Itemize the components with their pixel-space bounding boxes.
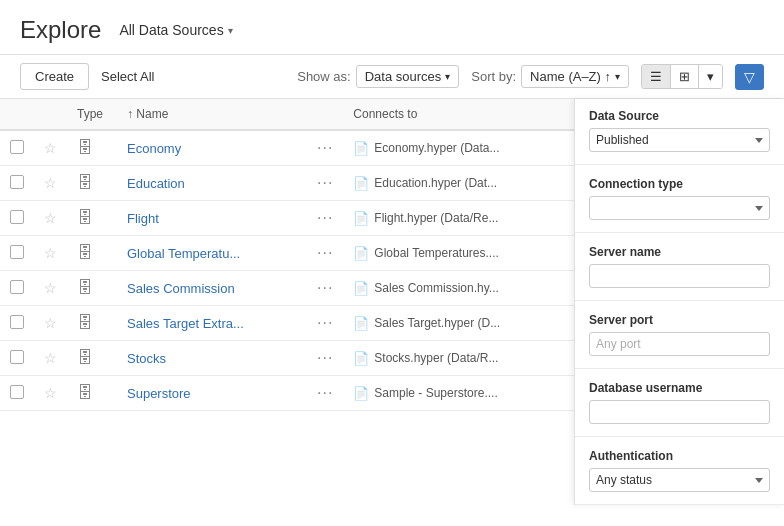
filter-authentication-label: Authentication — [589, 449, 770, 463]
datasource-type-icon: 🗄 — [77, 244, 93, 261]
list-view-button[interactable]: ☰ — [642, 65, 671, 88]
favorite-icon[interactable]: ☆ — [44, 280, 57, 296]
datasource-name-link[interactable]: Sales Commission — [127, 281, 235, 296]
datasource-name-link[interactable]: Flight — [127, 211, 159, 226]
datasource-name-link[interactable]: Education — [127, 176, 185, 191]
main-content: Type ↑ Name Connects to ☆ 🗄 Economy ··· — [0, 99, 784, 505]
connects-to-text: Stocks.hyper (Data/R... — [374, 351, 498, 365]
datasource-name-link[interactable]: Economy — [127, 141, 181, 156]
datasource-type-icon: 🗄 — [77, 209, 93, 226]
row-name-cell: Stocks — [117, 341, 307, 376]
row-fav-cell: ☆ — [34, 271, 67, 306]
favorite-icon[interactable]: ☆ — [44, 140, 57, 156]
filter-connection-type-label: Connection type — [589, 177, 770, 191]
row-actions-button[interactable]: ··· — [317, 349, 333, 366]
row-actions-button[interactable]: ··· — [317, 279, 333, 296]
row-actions-button[interactable]: ··· — [317, 139, 333, 156]
filter-datasource-select[interactable]: Published All Personal — [589, 128, 770, 152]
row-dots-cell: ··· — [307, 236, 343, 271]
row-dots-cell: ··· — [307, 166, 343, 201]
filter-divider-5 — [575, 436, 784, 437]
row-fav-cell: ☆ — [34, 201, 67, 236]
col-header-name[interactable]: ↑ Name — [117, 99, 307, 130]
filter-button[interactable]: ▽ — [735, 64, 764, 90]
sort-section: Sort by: Name (A–Z) ↑ ▾ — [471, 65, 629, 88]
row-name-cell: Global Temperatu... — [117, 236, 307, 271]
row-checkbox[interactable] — [10, 175, 24, 189]
favorite-icon[interactable]: ☆ — [44, 210, 57, 226]
view-arrow-button[interactable]: ▾ — [699, 65, 722, 88]
row-checkbox[interactable] — [10, 140, 24, 154]
row-actions-button[interactable]: ··· — [317, 314, 333, 331]
row-dots-cell: ··· — [307, 130, 343, 166]
row-type-cell: 🗄 — [67, 201, 117, 236]
row-checkbox[interactable] — [10, 315, 24, 329]
sort-dropdown[interactable]: Name (A–Z) ↑ ▾ — [521, 65, 629, 88]
row-actions-button[interactable]: ··· — [317, 174, 333, 191]
row-checkbox[interactable] — [10, 385, 24, 399]
row-actions-button[interactable]: ··· — [317, 384, 333, 401]
filter-server-name-input[interactable] — [589, 264, 770, 288]
filter-divider-4 — [575, 368, 784, 369]
select-all-button[interactable]: Select All — [101, 69, 154, 84]
show-as-dropdown[interactable]: Data sources ▾ — [356, 65, 460, 88]
sort-value: Name (A–Z) ↑ — [530, 69, 611, 84]
row-checkbox-cell — [0, 341, 34, 376]
row-checkbox-cell — [0, 306, 34, 341]
row-name-cell: Economy — [117, 130, 307, 166]
row-type-cell: 🗄 — [67, 271, 117, 306]
file-icon: 📄 — [353, 351, 369, 366]
row-fav-cell: ☆ — [34, 376, 67, 411]
row-fav-cell: ☆ — [34, 166, 67, 201]
row-actions-button[interactable]: ··· — [317, 209, 333, 226]
row-name-cell: Flight — [117, 201, 307, 236]
row-fav-cell: ☆ — [34, 130, 67, 166]
favorite-icon[interactable]: ☆ — [44, 175, 57, 191]
row-type-cell: 🗄 — [67, 341, 117, 376]
datasource-type-icon: 🗄 — [77, 314, 93, 331]
datasource-name-link[interactable]: Superstore — [127, 386, 191, 401]
dropdown-arrow-icon: ▾ — [228, 25, 233, 36]
row-checkbox-cell — [0, 166, 34, 201]
row-checkbox[interactable] — [10, 350, 24, 364]
row-checkbox[interactable] — [10, 245, 24, 259]
datasource-type-icon: 🗄 — [77, 349, 93, 366]
row-type-cell: 🗄 — [67, 376, 117, 411]
filter-server-port-label: Server port — [589, 313, 770, 327]
show-as-arrow-icon: ▾ — [445, 71, 450, 82]
row-checkbox[interactable] — [10, 210, 24, 224]
filter-connection-type-select[interactable] — [589, 196, 770, 220]
row-fav-cell: ☆ — [34, 341, 67, 376]
filter-datasource-label: Data Source — [589, 109, 770, 123]
datasource-label: All Data Sources — [119, 22, 223, 38]
row-checkbox-cell — [0, 130, 34, 166]
connects-to-text: Education.hyper (Dat... — [374, 176, 497, 190]
row-dots-cell: ··· — [307, 271, 343, 306]
datasource-name-link[interactable]: Global Temperatu... — [127, 246, 240, 261]
filter-divider-2 — [575, 232, 784, 233]
datasource-name-link[interactable]: Stocks — [127, 351, 166, 366]
grid-view-button[interactable]: ⊞ — [671, 65, 699, 88]
toolbar: Create Select All Show as: Data sources … — [0, 55, 784, 99]
datasource-name-link[interactable]: Sales Target Extra... — [127, 316, 244, 331]
connects-to-text: Sales Target.hyper (D... — [374, 316, 500, 330]
row-checkbox-cell — [0, 236, 34, 271]
col-header-dots — [307, 99, 343, 130]
row-checkbox-cell — [0, 376, 34, 411]
favorite-icon[interactable]: ☆ — [44, 245, 57, 261]
file-icon: 📄 — [353, 316, 369, 331]
filter-db-username-input[interactable] — [589, 400, 770, 424]
favorite-icon[interactable]: ☆ — [44, 385, 57, 401]
row-fav-cell: ☆ — [34, 306, 67, 341]
filter-authentication-select[interactable]: Any status Required Not required — [589, 468, 770, 492]
filter-divider-6 — [575, 504, 784, 505]
filter-server-port-input[interactable] — [589, 332, 770, 356]
create-button[interactable]: Create — [20, 63, 89, 90]
row-dots-cell: ··· — [307, 341, 343, 376]
favorite-icon[interactable]: ☆ — [44, 350, 57, 366]
row-type-cell: 🗄 — [67, 166, 117, 201]
row-actions-button[interactable]: ··· — [317, 244, 333, 261]
row-checkbox[interactable] — [10, 280, 24, 294]
datasource-dropdown[interactable]: All Data Sources ▾ — [113, 18, 238, 42]
favorite-icon[interactable]: ☆ — [44, 315, 57, 331]
